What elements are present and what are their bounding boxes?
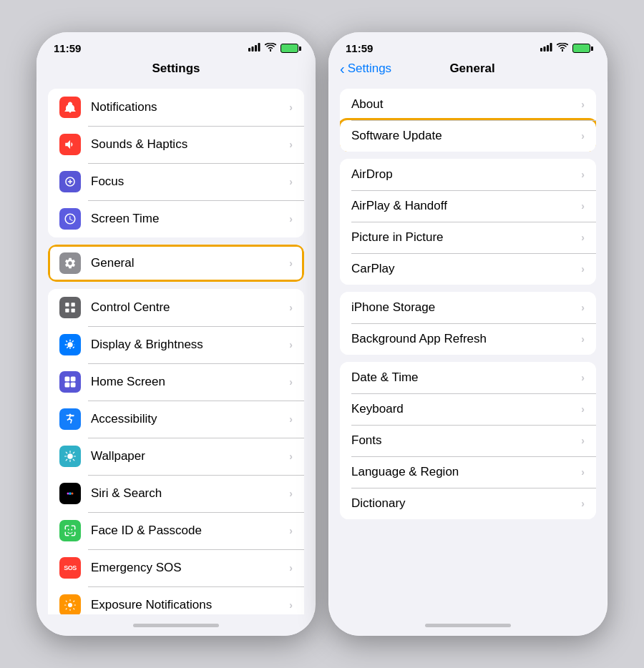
- sidebar-item-display[interactable]: Display & Brightness ›: [48, 326, 304, 363]
- home-screen-label: Home Screen: [91, 375, 289, 389]
- sidebar-item-notifications[interactable]: Notifications ›: [48, 89, 304, 126]
- pip-label: Picture in Picture: [351, 230, 581, 245]
- about-chevron: ›: [581, 99, 585, 110]
- general-item-dictionary[interactable]: Dictionary ›: [340, 488, 596, 519]
- general-item-background-refresh[interactable]: Background App Refresh ›: [340, 323, 596, 355]
- dictionary-label: Dictionary: [351, 496, 581, 511]
- signal-icon-right: [540, 43, 552, 54]
- battery-icon-right: [572, 44, 590, 53]
- background-refresh-chevron: ›: [581, 333, 585, 345]
- face-id-icon: [59, 520, 81, 541]
- sidebar-item-emergency-sos[interactable]: SOS Emergency SOS ›: [48, 549, 304, 586]
- back-button[interactable]: ‹ Settings: [340, 62, 391, 76]
- accessibility-icon: [59, 408, 81, 430]
- background-refresh-label: Background App Refresh: [351, 332, 581, 346]
- emergency-label: Emergency SOS: [91, 561, 289, 575]
- sidebar-item-general[interactable]: General ›: [48, 245, 304, 282]
- face-id-label: Face ID & Passcode: [91, 524, 289, 538]
- sounds-label: Sounds & Haptics: [91, 137, 289, 152]
- general-item-airplay[interactable]: AirPlay & Handoff ›: [340, 190, 596, 222]
- pip-chevron: ›: [581, 232, 585, 243]
- wallpaper-chevron: ›: [289, 451, 293, 462]
- general-item-airdrop[interactable]: AirDrop ›: [340, 159, 596, 190]
- status-bar-left: 11:59: [36, 32, 316, 59]
- left-phone: 11:59 Settings: [36, 32, 316, 636]
- svg-point-18: [68, 529, 69, 531]
- svg-rect-27: [550, 43, 552, 51]
- sidebar-item-home-screen[interactable]: Home Screen ›: [48, 363, 304, 401]
- home-bar-left: [36, 614, 316, 636]
- sidebar-item-accessibility[interactable]: Accessibility ›: [48, 401, 304, 438]
- screen-time-label: Screen Time: [91, 212, 289, 226]
- section-group-about: About › Software Update ›: [340, 89, 596, 152]
- airplay-chevron: ›: [581, 200, 585, 212]
- sidebar-item-siri[interactable]: Siri & Search ›: [48, 475, 304, 512]
- svg-rect-24: [540, 48, 542, 51]
- general-item-about[interactable]: About ›: [340, 89, 596, 120]
- home-indicator-left: [133, 624, 219, 627]
- wallpaper-label: Wallpaper: [91, 449, 289, 463]
- svg-rect-10: [65, 383, 70, 388]
- sidebar-item-face-id[interactable]: Face ID & Passcode ›: [48, 512, 304, 549]
- svg-point-16: [69, 492, 72, 495]
- svg-rect-25: [544, 46, 546, 51]
- wifi-icon-right: [557, 43, 568, 54]
- home-indicator-right: [425, 624, 511, 627]
- svg-point-17: [72, 493, 74, 495]
- right-phone: 11:59 ‹: [328, 32, 608, 636]
- section-group-regional: Date & Time › Keyboard › Fonts › Languag…: [340, 362, 596, 519]
- settings-list-left[interactable]: Notifications › Sounds & Haptics ›: [36, 82, 316, 614]
- language-region-label: Language & Region: [351, 465, 581, 479]
- siri-chevron: ›: [289, 488, 293, 499]
- back-label: Settings: [348, 62, 391, 76]
- general-item-iphone-storage[interactable]: iPhone Storage ›: [340, 292, 596, 323]
- software-update-chevron: ›: [581, 130, 585, 142]
- section-group-connectivity: AirDrop › AirPlay & Handoff › Picture in…: [340, 159, 596, 285]
- general-icon: [59, 252, 81, 274]
- sidebar-item-focus[interactable]: Focus ›: [48, 163, 304, 200]
- sidebar-item-sounds[interactable]: Sounds & Haptics ›: [48, 126, 304, 163]
- settings-list-right[interactable]: About › Software Update › AirDrop › AirP…: [328, 82, 608, 614]
- home-screen-icon: [59, 371, 81, 393]
- wallpaper-icon: [59, 446, 81, 467]
- svg-point-13: [67, 453, 73, 459]
- home-screen-chevron: ›: [289, 376, 293, 388]
- sidebar-item-wallpaper[interactable]: Wallpaper ›: [48, 438, 304, 475]
- exposure-label: Exposure Notifications: [91, 598, 289, 612]
- svg-rect-11: [71, 383, 76, 388]
- dictionary-chevron: ›: [581, 498, 585, 509]
- home-bar-right: [328, 614, 608, 636]
- general-item-carplay[interactable]: CarPlay ›: [340, 253, 596, 285]
- general-item-language-region[interactable]: Language & Region ›: [340, 456, 596, 488]
- date-time-label: Date & Time: [351, 370, 581, 385]
- sidebar-item-exposure[interactable]: Exposure Notifications ›: [48, 586, 304, 614]
- svg-rect-2: [255, 45, 257, 51]
- status-icons-right: [540, 43, 590, 54]
- airdrop-chevron: ›: [581, 169, 585, 180]
- general-item-software-update[interactable]: Software Update ›: [340, 120, 596, 152]
- focus-icon: [59, 171, 81, 192]
- airdrop-label: AirDrop: [351, 167, 581, 182]
- sounds-chevron: ›: [289, 139, 293, 150]
- svg-rect-3: [258, 43, 260, 51]
- accessibility-label: Accessibility: [91, 412, 289, 426]
- page-title-right: General: [391, 62, 553, 76]
- sidebar-item-control-centre[interactable]: Control Centre ›: [48, 289, 304, 326]
- section-group-display: Control Centre › Display & Brightness ›: [48, 289, 304, 614]
- siri-label: Siri & Search: [91, 486, 289, 501]
- general-item-fonts[interactable]: Fonts ›: [340, 425, 596, 456]
- time-right: 11:59: [346, 42, 373, 54]
- svg-rect-26: [547, 45, 549, 51]
- about-label: About: [351, 97, 581, 112]
- iphone-storage-chevron: ›: [581, 302, 585, 313]
- general-item-pip[interactable]: Picture in Picture ›: [340, 222, 596, 253]
- status-icons-left: [248, 43, 298, 54]
- fonts-label: Fonts: [351, 433, 581, 448]
- svg-point-15: [67, 493, 69, 495]
- nav-bar-right: ‹ Settings General: [328, 59, 608, 82]
- general-item-keyboard[interactable]: Keyboard ›: [340, 393, 596, 425]
- sidebar-item-screen-time[interactable]: Screen Time ›: [48, 200, 304, 237]
- general-item-date-time[interactable]: Date & Time ›: [340, 362, 596, 393]
- battery-icon-left: [280, 44, 298, 53]
- time-left: 11:59: [54, 42, 81, 54]
